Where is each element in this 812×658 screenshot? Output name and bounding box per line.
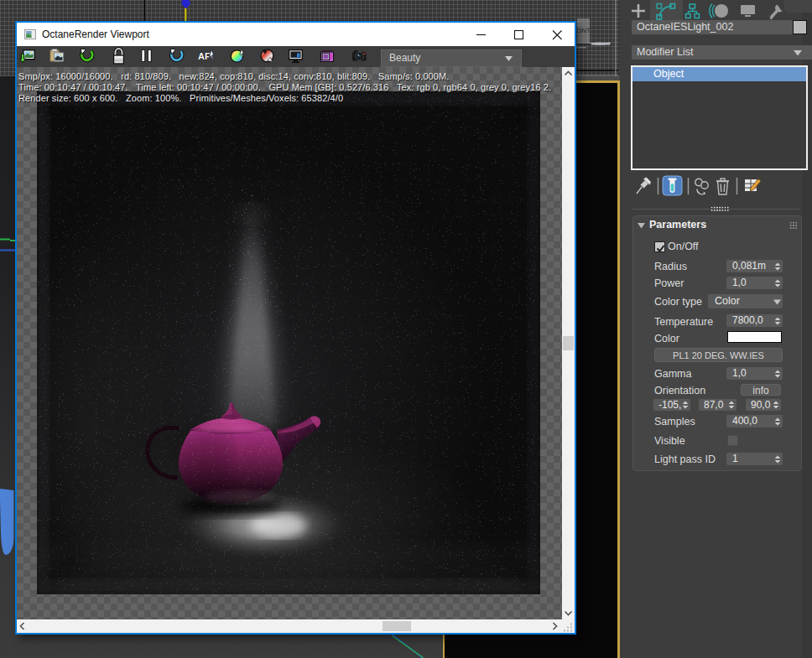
svg-text:ONT: ONT [576, 27, 591, 34]
svg-text:AF: AF [198, 51, 211, 61]
